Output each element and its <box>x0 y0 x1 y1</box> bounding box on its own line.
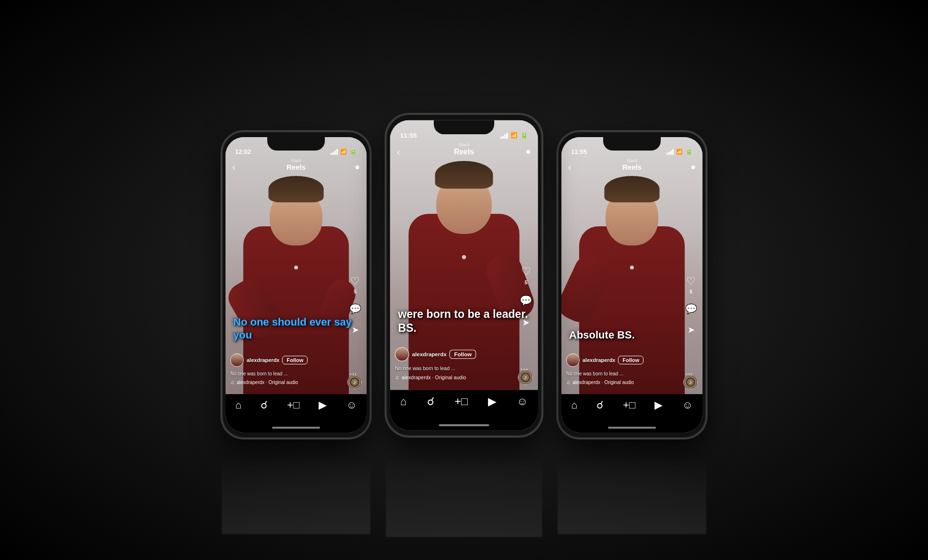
follow-button-left[interactable]: Follow <box>282 356 308 364</box>
nav-profile-left[interactable]: ☺ <box>346 399 357 411</box>
audio-info-center[interactable]: ♫ alexdraperdx · Original audio <box>395 374 466 381</box>
user-info-right: alexdraperdx Follow No one was born to l… <box>561 353 702 377</box>
battery-icon-center: 🔋 <box>520 132 528 140</box>
audio-bar-left: ♫ alexdraperdx · Original audio <box>226 375 367 389</box>
nav-reels-left[interactable]: ▶ <box>319 399 327 411</box>
user-avatar-left[interactable] <box>230 353 244 367</box>
user-info-center: alexdraperdx Follow No one was born to l… <box>390 347 538 373</box>
nav-add-left[interactable]: +□ <box>287 399 299 411</box>
notch-left <box>267 137 325 151</box>
signal-icon-right <box>666 149 674 155</box>
music-note-right: ♫ <box>566 379 570 385</box>
share-action-center[interactable]: ➤ <box>519 315 533 329</box>
like-icon-right: ♡ <box>684 275 698 288</box>
share-action-left[interactable]: ➤ <box>348 323 362 337</box>
nav-reels-right[interactable]: ▶ <box>654 399 663 411</box>
audio-text-left: alexdraperdx · Original audio <box>237 380 298 385</box>
comment-action-left[interactable]: 💬 <box>348 302 362 315</box>
username-left[interactable]: alexdraperdx <box>247 357 279 363</box>
phone-right: 11:55 📶 🔋 Slack ‹ Reels <box>558 131 706 438</box>
like-count-right: 5 <box>690 289 692 294</box>
like-action-left[interactable]: ♡ 5 <box>348 275 362 294</box>
caption-center: were born to be a leader. BS. <box>390 308 538 334</box>
follow-button-center[interactable]: Follow <box>450 350 476 359</box>
like-icon-left: ♡ <box>348 275 362 288</box>
comment-action-right[interactable]: 💬 <box>684 302 698 315</box>
add-icon-left: +□ <box>287 399 299 411</box>
audio-info-left[interactable]: ♫ alexdraperdx · Original audio <box>230 379 298 385</box>
signal-icon-center <box>500 132 508 139</box>
notif-bar-left: Slack <box>226 158 367 163</box>
camera-icon-right[interactable]: ● <box>690 162 696 172</box>
follow-button-right[interactable]: Follow <box>618 356 643 364</box>
status-icons-left: 📶 🔋 <box>331 148 357 155</box>
profile-icon-right: ☺ <box>682 399 693 411</box>
username-center[interactable]: alexdraperdx <box>412 351 447 358</box>
nav-add-right[interactable]: +□ <box>623 399 635 411</box>
user-avatar-right[interactable] <box>566 353 580 367</box>
signal-icon-left <box>331 149 338 155</box>
share-icon-left: ➤ <box>348 323 362 337</box>
camera-icon-center[interactable]: ● <box>525 146 531 157</box>
status-icons-right: 📶 🔋 <box>666 148 693 155</box>
share-action-right[interactable]: ➤ <box>684 323 698 337</box>
home-icon-center: ⌂ <box>400 395 407 408</box>
audio-disc-right[interactable] <box>683 375 698 389</box>
comment-icon-center: 💬 <box>519 293 533 307</box>
username-right[interactable]: alexdraperdx <box>583 357 615 363</box>
like-action-center[interactable]: ♡ 5 <box>519 265 533 285</box>
phone-center-screen: 11:55 📶 🔋 Slack ‹ Reels <box>390 120 538 431</box>
notif-bar-center: Slack <box>390 142 538 148</box>
profile-icon-center: ☺ <box>517 395 528 408</box>
caption-left: No one should ever say you <box>226 316 367 341</box>
music-note-center: ♫ <box>395 374 399 381</box>
home-indicator-center <box>439 424 489 426</box>
caption-text-center: were born to be a leader. BS. <box>398 308 530 334</box>
nav-reels-center[interactable]: ▶ <box>488 395 497 408</box>
phone-reflection-center <box>386 436 542 537</box>
home-icon-right: ⌂ <box>571 399 577 411</box>
battery-icon-left: 🔋 <box>349 148 357 155</box>
nav-home-center[interactable]: ⌂ <box>400 395 407 408</box>
comment-action-center[interactable]: 💬 <box>519 293 533 307</box>
user-row-left: alexdraperdx Follow <box>230 353 362 367</box>
comment-icon-right: 💬 <box>684 302 698 315</box>
phone-left-screen: 12:02 📶 🔋 Slack ‹ <box>226 137 367 432</box>
user-avatar-center[interactable] <box>395 347 409 361</box>
audio-info-right[interactable]: ♫ alexdraperdx · Original audio <box>566 379 634 385</box>
wifi-icon-center: 📶 <box>511 132 518 139</box>
phone-right-screen: 11:55 📶 🔋 Slack ‹ Reels <box>561 137 702 432</box>
phone-reflection-right <box>558 438 706 534</box>
user-row-right: alexdraperdx Follow <box>566 353 698 367</box>
home-indicator-right <box>608 427 656 429</box>
nav-profile-right[interactable]: ☺ <box>682 399 693 411</box>
nav-search-left[interactable]: ☌ <box>261 399 268 411</box>
reels-title-right: Reels <box>622 163 642 171</box>
phone-left: 12:02 📶 🔋 Slack ‹ <box>222 131 370 438</box>
nav-profile-center[interactable]: ☺ <box>517 395 528 408</box>
audio-text-right: alexdraperdx · Original audio <box>572 380 634 385</box>
status-icons-center: 📶 🔋 <box>500 132 528 140</box>
like-icon-center: ♡ <box>519 265 533 279</box>
music-note-left: ♫ <box>230 379 234 385</box>
nav-search-right[interactable]: ☌ <box>596 399 604 411</box>
audio-disc-center[interactable] <box>518 370 533 385</box>
user-info-left: alexdraperdx Follow No one was born to l… <box>226 353 367 377</box>
audio-disc-left[interactable] <box>347 375 362 389</box>
reels-icon-left: ▶ <box>319 399 327 411</box>
actions-panel-left: ♡ 5 💬 ➤ <box>348 275 362 337</box>
nav-home-right[interactable]: ⌂ <box>571 399 577 411</box>
nav-search-center[interactable]: ☌ <box>427 395 435 408</box>
like-action-right[interactable]: ♡ 5 <box>684 275 698 294</box>
profile-icon-left: ☺ <box>346 399 357 411</box>
phone-center: 11:55 📶 🔋 Slack ‹ Reels <box>386 114 542 436</box>
search-icon-left: ☌ <box>261 399 268 411</box>
audio-bar-center: ♫ alexdraperdx · Original audio <box>390 370 538 385</box>
audio-bar-right: ♫ alexdraperdx · Original audio <box>561 375 702 389</box>
reels-icon-center: ▶ <box>488 395 497 408</box>
search-icon-center: ☌ <box>427 395 435 408</box>
nav-home-left[interactable]: ⌂ <box>235 399 241 411</box>
wifi-icon-right: 📶 <box>676 149 683 155</box>
nav-add-center[interactable]: +□ <box>454 395 467 408</box>
camera-icon-left[interactable]: ● <box>355 162 360 172</box>
